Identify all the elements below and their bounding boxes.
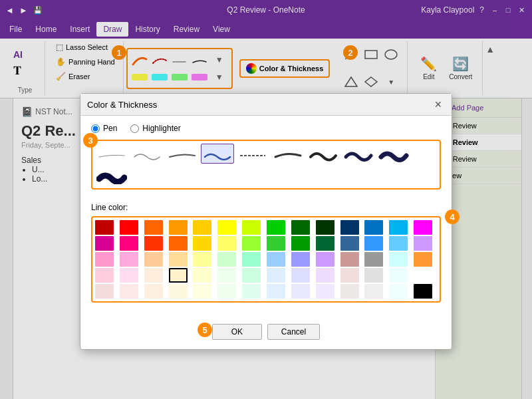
color-grid-wrapper: 4 [91, 216, 441, 303]
color-cell-25[interactable] [364, 236, 383, 251]
color-cell-17[interactable] [169, 236, 188, 251]
ok-btn[interactable]: OK [212, 324, 262, 340]
color-cell-31[interactable] [169, 252, 188, 267]
dialog-footer: OK Cancel [80, 319, 452, 349]
color-cell-26[interactable] [389, 236, 408, 251]
pen-highlighter-radio-group: Pen Highlighter [91, 124, 441, 133]
pen-styles-container: 3 [91, 140, 441, 196]
color-cell-8[interactable] [291, 220, 310, 235]
color-cell-67[interactable] [364, 284, 383, 299]
dialog-body: Pen Highlighter [80, 116, 452, 319]
color-cell-10[interactable] [340, 220, 359, 235]
color-cell-49[interactable] [267, 268, 285, 283]
pen-radio[interactable]: Pen [91, 124, 117, 133]
dialog-title-bar: Color & Thickness ✕ [80, 94, 452, 116]
color-cell-38[interactable] [340, 252, 359, 267]
highlighter-radio-input[interactable] [130, 124, 139, 133]
dialog-close-btn[interactable]: ✕ [432, 98, 445, 111]
color-cell-33[interactable] [217, 252, 236, 267]
color-cell-13[interactable] [414, 220, 432, 235]
line-color-label: Line color: [91, 203, 441, 212]
pen-style-1[interactable] [130, 144, 164, 164]
color-cell-42[interactable] [95, 268, 114, 283]
highlighter-radio[interactable]: Highlighter [130, 124, 180, 133]
color-cell-46[interactable] [193, 268, 211, 283]
color-cell-57[interactable] [120, 284, 138, 299]
color-cell-64[interactable] [291, 284, 310, 299]
color-cell-56[interactable] [95, 284, 114, 299]
color-cell-55[interactable] [414, 268, 432, 283]
color-cell-11[interactable] [364, 220, 383, 235]
color-cell-0[interactable] [95, 220, 114, 235]
color-thickness-dialog: Color & Thickness ✕ Pen Highlighter [80, 93, 452, 350]
color-cell-52[interactable] [340, 268, 359, 283]
color-cell-7[interactable] [267, 220, 285, 235]
color-cell-53[interactable] [364, 268, 383, 283]
color-cell-69[interactable] [414, 284, 432, 299]
color-cell-35[interactable] [267, 252, 285, 267]
color-cell-44[interactable] [144, 268, 163, 283]
color-cell-60[interactable] [193, 284, 211, 299]
color-cell-47[interactable] [217, 268, 236, 283]
pen-style-5[interactable] [271, 144, 305, 164]
badge-5: 5 [198, 323, 212, 337]
color-cell-15[interactable] [120, 236, 138, 251]
pen-style-2[interactable] [166, 144, 199, 164]
color-cell-6[interactable] [242, 220, 261, 235]
color-cell-23[interactable] [316, 236, 334, 251]
color-cell-63[interactable] [267, 284, 285, 299]
color-cell-1[interactable] [120, 220, 138, 235]
color-cell-40[interactable] [389, 252, 408, 267]
color-cell-5[interactable] [217, 220, 236, 235]
pen-style-6[interactable] [307, 144, 340, 164]
color-cell-68[interactable] [389, 284, 408, 299]
pen-style-7[interactable] [342, 144, 375, 164]
color-cell-16[interactable] [144, 236, 163, 251]
pen-style-3[interactable] [201, 144, 234, 164]
color-cell-18[interactable] [193, 236, 211, 251]
color-cell-4[interactable] [193, 220, 211, 235]
color-cell-24[interactable] [340, 236, 359, 251]
color-cell-66[interactable] [340, 284, 359, 299]
color-cell-34[interactable] [242, 252, 261, 267]
pen-style-8[interactable] [377, 144, 410, 164]
color-cell-51[interactable] [316, 268, 334, 283]
color-cell-27[interactable] [414, 236, 432, 251]
dialog-footer-container: OK Cancel 5 [80, 319, 452, 349]
color-grid-container [91, 216, 441, 303]
color-cell-59[interactable] [169, 284, 188, 299]
color-cell-48[interactable] [242, 268, 261, 283]
color-cell-9[interactable] [316, 220, 334, 235]
color-cell-65[interactable] [316, 284, 334, 299]
pen-radio-input[interactable] [91, 124, 100, 133]
color-cell-62[interactable] [242, 284, 261, 299]
color-cell-32[interactable] [193, 252, 211, 267]
color-cell-21[interactable] [267, 236, 285, 251]
color-cell-29[interactable] [120, 252, 138, 267]
color-cell-20[interactable] [242, 236, 261, 251]
pen-style-9[interactable] [95, 166, 128, 186]
color-cell-30[interactable] [144, 252, 163, 267]
color-cell-22[interactable] [291, 236, 310, 251]
color-cell-41[interactable] [414, 252, 432, 267]
color-cell-50[interactable] [291, 268, 310, 283]
color-cell-54[interactable] [389, 268, 408, 283]
color-cell-3[interactable] [169, 220, 188, 235]
pen-style-4[interactable] [236, 144, 269, 164]
color-cell-19[interactable] [217, 236, 236, 251]
color-cell-12[interactable] [389, 220, 408, 235]
color-cell-45[interactable] [169, 268, 188, 283]
color-cell-14[interactable] [95, 236, 114, 251]
color-cell-28[interactable] [95, 252, 114, 267]
color-cell-61[interactable] [217, 284, 236, 299]
color-cell-37[interactable] [316, 252, 334, 267]
pen-radio-label: Pen [103, 124, 117, 133]
pen-style-0[interactable] [95, 144, 128, 164]
color-cell-39[interactable] [364, 252, 383, 267]
color-cell-2[interactable] [144, 220, 163, 235]
cancel-btn[interactable]: Cancel [267, 324, 320, 340]
color-cell-43[interactable] [120, 268, 138, 283]
pen-style-selector [91, 140, 441, 190]
color-cell-58[interactable] [144, 284, 163, 299]
color-cell-36[interactable] [291, 252, 310, 267]
